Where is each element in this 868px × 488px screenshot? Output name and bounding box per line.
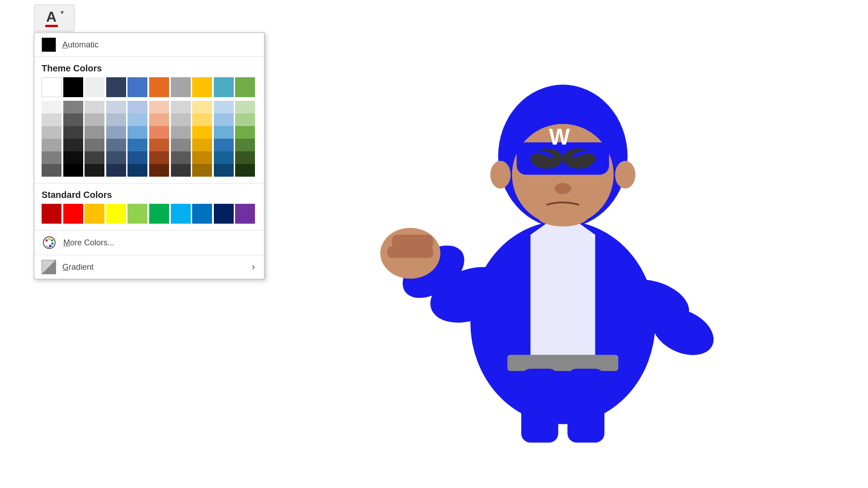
shade-swatch-6-3[interactable] (171, 139, 191, 151)
shade-swatch-9-2[interactable] (235, 126, 255, 139)
shade-swatch-6-0[interactable] (171, 101, 191, 113)
theme-color-swatch-3[interactable] (106, 77, 126, 97)
shade-swatch-0-4[interactable] (42, 151, 61, 164)
theme-color-swatch-1[interactable] (63, 77, 83, 97)
standard-color-swatch-0[interactable] (42, 204, 61, 224)
standard-color-swatch-6[interactable] (171, 204, 191, 224)
hero-background: W (258, 0, 868, 488)
shade-swatch-1-1[interactable] (63, 113, 83, 126)
standard-color-swatch-7[interactable] (192, 204, 212, 224)
standard-color-swatch-9[interactable] (235, 204, 255, 224)
shade-swatch-0-1[interactable] (42, 113, 61, 126)
standard-color-swatch-1[interactable] (63, 204, 83, 224)
shade-swatch-7-3[interactable] (192, 139, 212, 151)
shade-swatch-5-4[interactable] (149, 151, 169, 164)
svg-point-25 (555, 183, 571, 194)
shade-swatch-3-3[interactable] (106, 139, 126, 151)
shade-swatch-2-5[interactable] (85, 164, 104, 177)
shade-swatch-3-2[interactable] (106, 126, 126, 139)
theme-color-swatch-4[interactable] (127, 77, 147, 97)
shade-swatch-0-0[interactable] (42, 101, 61, 113)
shade-swatch-0-5[interactable] (42, 164, 61, 177)
shade-swatch-3-0[interactable] (106, 101, 126, 113)
shade-swatch-1-3[interactable] (63, 139, 83, 151)
shade-swatch-9-1[interactable] (235, 113, 255, 126)
gradient-swatch (42, 260, 56, 274)
shade-swatch-7-0[interactable] (192, 101, 212, 113)
more-colors-option[interactable]: More Colors... (34, 230, 264, 255)
gradient-label: Gradient (62, 263, 94, 272)
shade-swatch-2-0[interactable] (85, 101, 104, 113)
standard-color-swatch-3[interactable] (106, 204, 126, 224)
shade-swatch-2-3[interactable] (85, 139, 104, 151)
shade-swatch-2-4[interactable] (85, 151, 104, 164)
shade-swatch-5-2[interactable] (149, 126, 169, 139)
svg-point-26 (538, 206, 588, 226)
font-color-letter: A (46, 9, 57, 24)
shade-swatch-0-3[interactable] (42, 139, 61, 151)
theme-color-swatch-2[interactable] (85, 77, 104, 97)
shade-swatch-7-1[interactable] (192, 113, 212, 126)
shade-swatch-8-4[interactable] (214, 151, 234, 164)
shade-col-8 (214, 101, 236, 177)
theme-color-swatch-0[interactable] (42, 77, 61, 97)
standard-color-swatch-5[interactable] (149, 204, 169, 224)
shade-col-3 (106, 101, 128, 177)
shade-col-9 (235, 101, 257, 177)
shade-swatch-4-4[interactable] (127, 151, 147, 164)
svg-point-1 (46, 239, 48, 242)
shade-swatch-1-4[interactable] (63, 151, 83, 164)
shade-swatch-5-0[interactable] (149, 101, 169, 113)
shade-swatch-1-5[interactable] (63, 164, 83, 177)
standard-color-swatch-4[interactable] (127, 204, 147, 224)
theme-color-swatch-5[interactable] (149, 77, 169, 97)
automatic-color-option[interactable]: Automatic (34, 33, 264, 57)
shade-swatch-2-2[interactable] (85, 126, 104, 139)
svg-rect-22 (567, 369, 604, 443)
shade-swatch-8-0[interactable] (214, 101, 234, 113)
shade-swatch-6-4[interactable] (171, 151, 191, 164)
shade-col-1 (63, 101, 85, 177)
shade-swatch-4-2[interactable] (127, 126, 147, 139)
standard-color-swatch-8[interactable] (214, 204, 234, 224)
shade-swatch-8-3[interactable] (214, 139, 234, 151)
shade-swatch-8-2[interactable] (214, 126, 234, 139)
svg-text:W: W (549, 125, 570, 149)
shade-swatch-7-4[interactable] (192, 151, 212, 164)
theme-color-swatch-9[interactable] (235, 77, 255, 97)
shade-swatch-5-5[interactable] (149, 164, 169, 177)
shade-swatch-1-0[interactable] (63, 101, 83, 113)
shade-swatch-9-4[interactable] (235, 151, 255, 164)
shade-swatch-3-5[interactable] (106, 164, 126, 177)
shade-col-6 (171, 101, 193, 177)
shade-swatch-9-5[interactable] (235, 164, 255, 177)
shade-swatch-7-5[interactable] (192, 164, 212, 177)
standard-colors-row (34, 204, 264, 230)
gradient-option[interactable]: Gradient › (34, 255, 264, 279)
shade-swatch-6-2[interactable] (171, 126, 191, 139)
shade-swatch-4-5[interactable] (127, 164, 147, 177)
shade-swatch-4-0[interactable] (127, 101, 147, 113)
shade-swatch-5-1[interactable] (149, 113, 169, 126)
shade-swatch-2-1[interactable] (85, 113, 104, 126)
theme-color-swatch-6[interactable] (171, 77, 191, 97)
shade-col-4 (127, 101, 149, 177)
standard-color-swatch-2[interactable] (85, 204, 104, 224)
shade-swatch-6-5[interactable] (171, 164, 191, 177)
shade-swatch-4-1[interactable] (127, 113, 147, 126)
shade-swatch-9-3[interactable] (235, 139, 255, 151)
theme-color-swatch-8[interactable] (214, 77, 234, 97)
shade-swatch-3-1[interactable] (106, 113, 126, 126)
shade-swatch-0-2[interactable] (42, 126, 61, 139)
shade-swatch-6-1[interactable] (171, 113, 191, 126)
shade-swatch-5-3[interactable] (149, 139, 169, 151)
font-color-button[interactable]: A ▾ (34, 5, 75, 32)
shade-swatch-8-1[interactable] (214, 113, 234, 126)
shade-swatch-4-3[interactable] (127, 139, 147, 151)
shade-swatch-9-0[interactable] (235, 101, 255, 113)
shade-swatch-8-5[interactable] (214, 164, 234, 177)
shade-swatch-7-2[interactable] (192, 126, 212, 139)
shade-swatch-1-2[interactable] (63, 126, 83, 139)
theme-color-swatch-7[interactable] (192, 77, 212, 97)
shade-swatch-3-4[interactable] (106, 151, 126, 164)
